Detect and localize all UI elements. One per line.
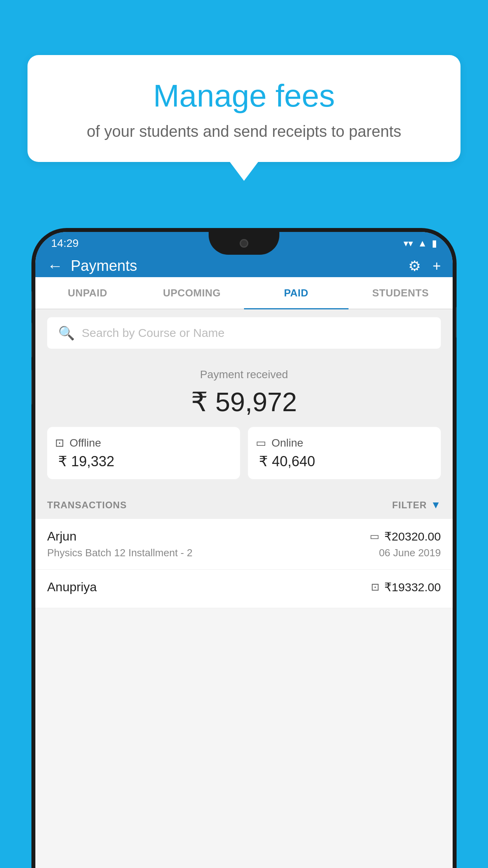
volume-up-button [31, 291, 32, 311]
phone-inner: 14:29 ▾▾ ▲ ▮ ← Payments ⚙ + UNPAID [35, 232, 453, 868]
search-placeholder: Search by Course or Name [82, 326, 225, 340]
tab-paid[interactable]: PAID [244, 277, 349, 309]
offline-payment-icon: ⊡ [55, 436, 64, 449]
transaction-top-row: Arjun ▭ ₹20320.00 [47, 529, 441, 544]
tab-upcoming[interactable]: UPCOMING [140, 277, 244, 309]
offline-amount: ₹ 19,332 [55, 453, 232, 470]
online-card-header: ▭ Online [256, 436, 433, 449]
online-payment-card: ▭ Online ₹ 40,640 [248, 427, 441, 479]
transaction-date: 06 June 2019 [379, 547, 441, 559]
search-bar[interactable]: 🔍 Search by Course or Name [47, 317, 441, 349]
battery-icon: ▮ [432, 238, 437, 249]
transaction-item-anupriya[interactable]: Anupriya ⊡ ₹19332.00 [35, 570, 453, 608]
speech-bubble-subtitle: of your students and send receipts to pa… [47, 123, 441, 140]
offline-card-header: ⊡ Offline [55, 436, 232, 449]
tab-unpaid[interactable]: UNPAID [35, 277, 140, 309]
filter-button[interactable]: FILTER ▼ [392, 499, 441, 511]
transaction-description: Physics Batch 12 Installment - 2 [47, 547, 193, 559]
online-payment-icon: ▭ [256, 436, 266, 449]
speech-bubble-title: Manage fees [47, 79, 441, 113]
phone-frame: 14:29 ▾▾ ▲ ▮ ← Payments ⚙ + UNPAID [31, 228, 457, 868]
offline-payment-card: ⊡ Offline ₹ 19,332 [47, 427, 240, 479]
filter-label: FILTER [392, 500, 427, 511]
transaction-amount-2: ₹19332.00 [384, 580, 441, 594]
cash-icon: ⊡ [371, 581, 380, 593]
search-bar-container: 🔍 Search by Course or Name [35, 309, 453, 357]
transactions-header: TRANSACTIONS FILTER ▼ [35, 491, 453, 519]
search-icon: 🔍 [58, 325, 75, 341]
notch [209, 232, 279, 255]
payment-cards: ⊡ Offline ₹ 19,332 ▭ Online ₹ 40,640 [47, 427, 441, 479]
payment-total-amount: ₹ 59,972 [47, 386, 441, 417]
transaction-amount-row-2: ⊡ ₹19332.00 [371, 580, 441, 594]
transaction-amount-row: ▭ ₹20320.00 [370, 530, 441, 543]
screen: 14:29 ▾▾ ▲ ▮ ← Payments ⚙ + UNPAID [35, 232, 453, 868]
tab-students[interactable]: STUDENTS [349, 277, 453, 309]
settings-icon[interactable]: ⚙ [408, 258, 421, 274]
header-title: Payments [71, 257, 408, 274]
speech-bubble-container: Manage fees of your students and send re… [28, 55, 460, 162]
back-button[interactable]: ← [47, 257, 63, 275]
transaction-name: Arjun [47, 529, 77, 544]
transaction-bottom-row: Physics Batch 12 Installment - 2 06 June… [47, 547, 441, 559]
payment-summary: Payment received ₹ 59,972 ⊡ Offline ₹ 19… [35, 357, 453, 491]
volume-down-button [31, 322, 32, 358]
online-amount: ₹ 40,640 [256, 453, 433, 470]
wifi-icon: ▾▾ [404, 238, 413, 249]
transaction-name-2: Anupriya [47, 580, 97, 594]
tabs: UNPAID UPCOMING PAID STUDENTS [35, 277, 453, 309]
online-label: Online [272, 437, 303, 449]
power-button [456, 307, 457, 338]
transaction-top-row-2: Anupriya ⊡ ₹19332.00 [47, 580, 441, 594]
speech-bubble: Manage fees of your students and send re… [28, 55, 460, 162]
silent-button [31, 370, 32, 405]
transactions-label: TRANSACTIONS [47, 500, 127, 511]
filter-icon: ▼ [431, 499, 441, 511]
offline-label: Offline [70, 437, 101, 449]
payment-received-label: Payment received [47, 368, 441, 381]
header-actions: ⚙ + [408, 258, 441, 274]
transaction-item-arjun[interactable]: Arjun ▭ ₹20320.00 Physics Batch 12 Insta… [35, 519, 453, 570]
front-camera [240, 239, 248, 248]
status-time: 14:29 [51, 237, 79, 250]
add-icon[interactable]: + [433, 258, 441, 274]
status-icons: ▾▾ ▲ ▮ [404, 238, 437, 249]
transaction-amount: ₹20320.00 [384, 530, 441, 543]
card-icon: ▭ [370, 530, 380, 542]
signal-icon: ▲ [418, 238, 427, 249]
